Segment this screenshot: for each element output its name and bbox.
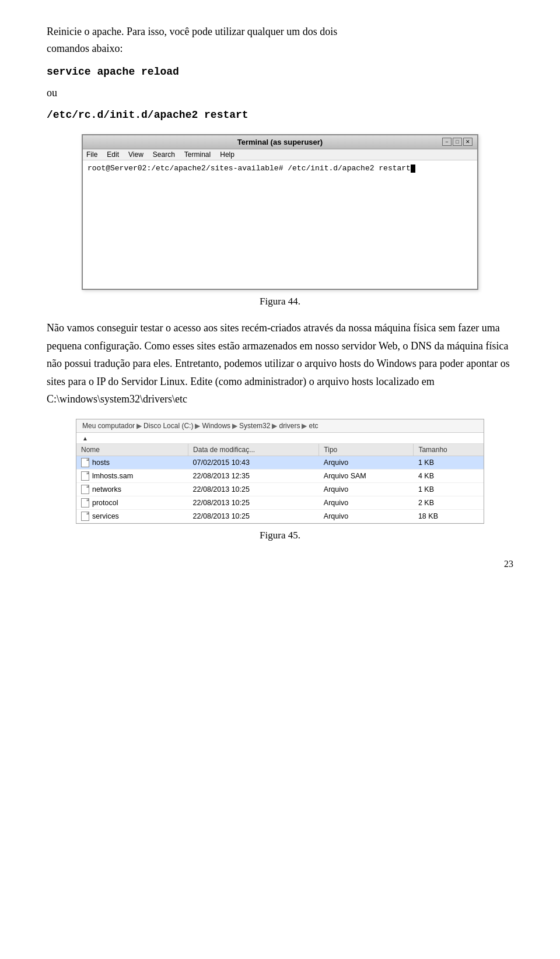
command2-block: /etc/rc.d/init.d/apache2 restart (47, 106, 513, 124)
minimize-button[interactable]: − (442, 138, 452, 146)
sort-arrow-icon: ▲ (82, 435, 88, 442)
menu-search[interactable]: Search (153, 150, 175, 159)
terminal-wrapper: Terminal (as superuser) − □ ✕ File Edit … (47, 134, 513, 290)
breadcrumb-sep-0: ▶ (136, 422, 142, 430)
breadcrumb-item-2: Windows (202, 422, 230, 430)
breadcrumb-item-1: Disco Local (C:) (144, 422, 193, 430)
file-size-cell: 1 KB (414, 482, 484, 496)
file-name-cell: hosts (76, 456, 188, 469)
file-date-cell: 22/08/2013 10:25 (188, 482, 319, 496)
explorer-table: Nome Data de modificaç... Tipo Tamanho h… (76, 444, 484, 523)
ou-text: ou (47, 87, 57, 99)
col-tamanho: Tamanho (414, 444, 484, 456)
file-type-cell: Arquivo SAM (319, 469, 414, 482)
file-size-cell: 1 KB (414, 456, 484, 469)
terminal-title: Terminal (as superuser) (118, 138, 442, 146)
command2-text: /etc/rc.d/init.d/apache2 restart (47, 109, 249, 121)
file-date-cell: 22/08/2013 10:25 (188, 509, 319, 523)
file-size-cell: 4 KB (414, 469, 484, 482)
file-icon (81, 471, 89, 481)
col-date: Data de modificaç... (188, 444, 319, 456)
explorer-wrapper: Meu computador ▶ Disco Local (C:) ▶ Wind… (47, 419, 513, 524)
breadcrumb-item-5: etc (309, 422, 318, 430)
menu-terminal[interactable]: Terminal (184, 150, 211, 159)
figura45-caption: Figura 45. (47, 530, 513, 541)
terminal-body: root@Server02:/etc/apache2/sites-availab… (83, 160, 477, 289)
file-name: hosts (92, 459, 110, 467)
col-tipo: Tipo (319, 444, 414, 456)
file-table-body: hosts07/02/2015 10:43Arquivo1 KBlmhosts.… (76, 456, 484, 523)
file-name: networks (92, 485, 121, 494)
intro-line1: Reinicie o apache. Para isso, você pode … (47, 26, 337, 37)
menu-file[interactable]: File (86, 150, 97, 159)
ou-block: ou (47, 85, 513, 102)
breadcrumb-item-0: Meu computador (82, 422, 135, 430)
file-date-cell: 22/08/2013 12:35 (188, 469, 319, 482)
intro-line2: comandos abaixo: (47, 43, 123, 54)
breadcrumb-item-3: System32 (239, 422, 270, 430)
maximize-button[interactable]: □ (453, 138, 462, 146)
file-type-cell: Arquivo (319, 496, 414, 509)
file-name: lmhosts.sam (92, 472, 133, 480)
menu-edit[interactable]: Edit (107, 150, 119, 159)
breadcrumb-sep-3: ▶ (272, 422, 277, 430)
figura44-caption: Figura 44. (47, 296, 513, 307)
table-row[interactable]: lmhosts.sam22/08/2013 12:35Arquivo SAM4 … (76, 469, 484, 482)
command1-text: service apache reload (47, 66, 179, 78)
explorer-breadcrumb: Meu computador ▶ Disco Local (C:) ▶ Wind… (76, 419, 484, 433)
file-name-cell: networks (76, 482, 188, 496)
file-list-area: Nome Data de modificaç... Tipo Tamanho h… (76, 444, 484, 523)
breadcrumb-sep-2: ▶ (232, 422, 237, 430)
file-name-cell: protocol (76, 496, 188, 509)
file-icon (81, 512, 89, 521)
menu-help[interactable]: Help (220, 150, 235, 159)
file-size-cell: 2 KB (414, 496, 484, 509)
terminal-prompt: root@Server02:/etc/apache2/sites-availab… (88, 164, 411, 173)
file-name-cell: services (76, 509, 188, 523)
table-row[interactable]: networks22/08/2013 10:25Arquivo1 KB (76, 482, 484, 496)
file-type-cell: Arquivo (319, 509, 414, 523)
terminal-menubar: File Edit View Search Terminal Help (83, 149, 477, 160)
intro-paragraph: Reinicie o apache. Para isso, você pode … (47, 23, 513, 57)
file-size-cell: 18 KB (414, 509, 484, 523)
file-icon (81, 485, 89, 494)
col-nome: Nome (76, 444, 188, 456)
file-icon (81, 458, 89, 467)
main-paragraph: Não vamos conseguir testar o acesso aos … (47, 319, 513, 408)
file-name: services (92, 512, 119, 520)
page-number: 23 (47, 559, 513, 569)
close-button[interactable]: ✕ (463, 138, 473, 146)
menu-view[interactable]: View (128, 150, 144, 159)
table-row[interactable]: services22/08/2013 10:25Arquivo18 KB (76, 509, 484, 523)
table-header: Nome Data de modificaç... Tipo Tamanho (76, 444, 484, 456)
file-type-cell: Arquivo (319, 482, 414, 496)
command1-block: service apache reload (47, 63, 513, 80)
file-type-cell: Arquivo (319, 456, 414, 469)
explorer-window: Meu computador ▶ Disco Local (C:) ▶ Wind… (76, 419, 484, 524)
file-icon (81, 498, 89, 508)
terminal-buttons[interactable]: − □ ✕ (442, 138, 473, 146)
terminal-titlebar: Terminal (as superuser) − □ ✕ (83, 135, 477, 149)
file-date-cell: 22/08/2013 10:25 (188, 496, 319, 509)
table-row[interactable]: protocol22/08/2013 10:25Arquivo2 KB (76, 496, 484, 509)
terminal-window: Terminal (as superuser) − □ ✕ File Edit … (82, 134, 478, 290)
terminal-cursor (411, 164, 415, 173)
file-date-cell: 07/02/2015 10:43 (188, 456, 319, 469)
breadcrumb-sep-1: ▶ (195, 422, 200, 430)
para-line1: Não vamos conseguir testar o acesso aos … (47, 322, 510, 405)
table-row[interactable]: hosts07/02/2015 10:43Arquivo1 KB (76, 456, 484, 469)
file-name-cell: lmhosts.sam (76, 469, 188, 482)
breadcrumb-item-4: drivers (279, 422, 300, 430)
file-name: protocol (92, 499, 118, 507)
breadcrumb-sep-4: ▶ (302, 422, 307, 430)
